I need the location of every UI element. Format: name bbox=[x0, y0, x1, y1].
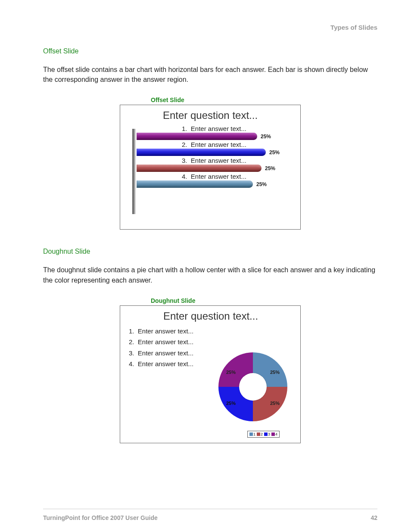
doughnut-slide-title: Enter question text... bbox=[129, 310, 293, 322]
doughnut-chart: 25% 25% 25% 25% bbox=[218, 352, 287, 421]
bar-3 bbox=[137, 165, 262, 172]
slice-label: 25% bbox=[270, 370, 280, 375]
bar-pct: 25% bbox=[256, 181, 267, 187]
offset-bars: 1. Enter answer text... 25% 2. Enter ans… bbox=[137, 125, 292, 188]
doughnut-hole bbox=[239, 373, 267, 401]
heading-offset: Offset Slide bbox=[43, 47, 377, 55]
page-header: Types of Slides bbox=[43, 24, 377, 31]
figure-offset: Offset Slide Enter question text... 1. E… bbox=[43, 96, 377, 230]
list-item: 2. Enter answer text... bbox=[129, 336, 293, 348]
answer-label: 4. Enter answer text... bbox=[137, 173, 292, 180]
offset-slide-preview: Enter question text... 1. Enter answer t… bbox=[120, 105, 301, 230]
legend-item: 1 bbox=[249, 432, 255, 436]
list-item: 1. Enter answer text... bbox=[129, 326, 293, 337]
page-footer: TurningPoint for Office 2007 User Guide … bbox=[43, 509, 377, 521]
page: Types of Slides Offset Slide The offset … bbox=[0, 0, 411, 532]
legend-item: 4 bbox=[271, 432, 277, 436]
doughnut-ring bbox=[218, 352, 287, 421]
bar-1 bbox=[137, 133, 257, 140]
bar-row: 4. Enter answer text... 25% bbox=[137, 173, 292, 188]
bar-row: 3. Enter answer text... 25% bbox=[137, 157, 292, 172]
bar-row: 1. Enter answer text... 25% bbox=[137, 125, 292, 140]
body-offset: The offset slide contains a bar chart wi… bbox=[43, 65, 377, 84]
section-name: Types of Slides bbox=[330, 24, 377, 31]
bar-pct: 25% bbox=[261, 134, 271, 140]
doughnut-slide-preview: Enter question text... 1. Enter answer t… bbox=[120, 305, 301, 443]
figure-doughnut: Doughnut Slide Enter question text... 1.… bbox=[43, 297, 377, 443]
answer-label: 1. Enter answer text... bbox=[137, 125, 292, 132]
slice-label: 25% bbox=[226, 401, 236, 406]
bar-pct: 25% bbox=[269, 149, 280, 156]
slice-label: 25% bbox=[226, 370, 236, 375]
slice-label: 25% bbox=[270, 401, 280, 406]
chart-legend: 1 2 3 4 bbox=[247, 431, 280, 438]
bar-2 bbox=[137, 149, 266, 156]
chart-axis bbox=[132, 129, 135, 214]
offset-slide-title: Enter question text... bbox=[129, 109, 292, 121]
answer-label: 2. Enter answer text... bbox=[137, 141, 292, 148]
legend-item: 3 bbox=[264, 432, 270, 436]
figure-caption-doughnut: Doughnut Slide bbox=[151, 297, 195, 304]
legend-item: 2 bbox=[257, 432, 263, 436]
footer-doc-title: TurningPoint for Office 2007 User Guide bbox=[43, 514, 158, 521]
bar-4 bbox=[137, 180, 253, 188]
figure-caption-offset: Offset Slide bbox=[151, 96, 184, 103]
bar-row: 2. Enter answer text... 25% bbox=[137, 141, 292, 156]
answer-label: 3. Enter answer text... bbox=[137, 157, 292, 164]
bar-pct: 25% bbox=[265, 165, 275, 171]
heading-doughnut: Doughnut Slide bbox=[43, 248, 377, 255]
body-doughnut: The doughnut slide contains a pie chart … bbox=[43, 265, 377, 285]
footer-page-number: 42 bbox=[371, 514, 377, 521]
